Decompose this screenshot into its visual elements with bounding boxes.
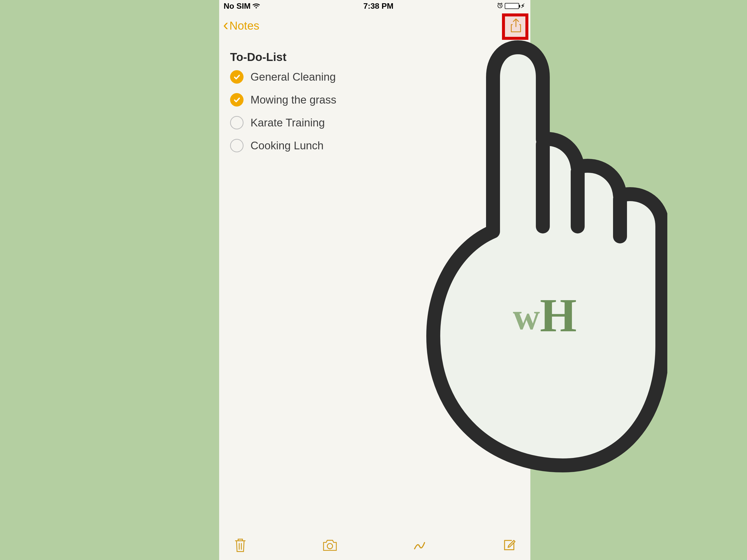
status-bar: No SIM 7:38 PM ⚡︎ <box>219 0 531 12</box>
checklist-item-label: General Cleaning <box>251 71 336 83</box>
sketch-icon <box>412 538 427 553</box>
charging-icon: ⚡︎ <box>521 2 525 9</box>
checklist-item[interactable]: Cooking Lunch <box>230 139 520 152</box>
status-time: 7:38 PM <box>363 1 393 11</box>
status-left: No SIM <box>224 1 260 11</box>
delete-button[interactable] <box>232 536 249 554</box>
compose-icon <box>502 538 516 552</box>
note-content: To-Do-List General CleaningMowing the gr… <box>219 39 531 167</box>
checklist-item[interactable]: Mowing the grass <box>230 93 520 107</box>
watermark-H: H <box>540 289 577 342</box>
trash-icon <box>234 537 247 553</box>
checklist-item-label: Cooking Lunch <box>251 139 324 152</box>
bottom-toolbar <box>219 530 531 560</box>
camera-icon <box>322 539 338 552</box>
compose-button[interactable] <box>500 536 518 554</box>
camera-button[interactable] <box>321 536 339 554</box>
status-right: ⚡︎ <box>497 1 525 11</box>
checkbox-unchecked-icon[interactable] <box>230 139 243 152</box>
share-icon <box>510 19 522 33</box>
sketch-button[interactable] <box>411 536 428 554</box>
alarm-icon <box>497 1 503 11</box>
checkbox-checked-icon[interactable] <box>230 93 243 107</box>
checkbox-unchecked-icon[interactable] <box>230 116 243 129</box>
checklist-item-label: Mowing the grass <box>251 94 336 106</box>
nav-bar: ‹ Notes <box>219 12 531 39</box>
carrier-label: No SIM <box>224 1 251 11</box>
checklist-item[interactable]: General Cleaning <box>230 70 520 84</box>
wifi-icon <box>253 1 260 11</box>
checklist-item-label: Karate Training <box>251 116 325 129</box>
share-button[interactable] <box>509 18 523 33</box>
battery-icon <box>505 3 519 9</box>
back-button[interactable]: ‹ Notes <box>223 18 259 34</box>
checklist-item[interactable]: Karate Training <box>230 116 520 129</box>
chevron-left-icon: ‹ <box>223 17 228 33</box>
checkbox-checked-icon[interactable] <box>230 70 243 84</box>
note-title: To-Do-List <box>230 50 520 64</box>
back-label: Notes <box>229 19 259 32</box>
svg-point-1 <box>327 543 332 549</box>
phone-screenshot: No SIM 7:38 PM ⚡︎ ‹ Notes To- <box>219 0 531 560</box>
